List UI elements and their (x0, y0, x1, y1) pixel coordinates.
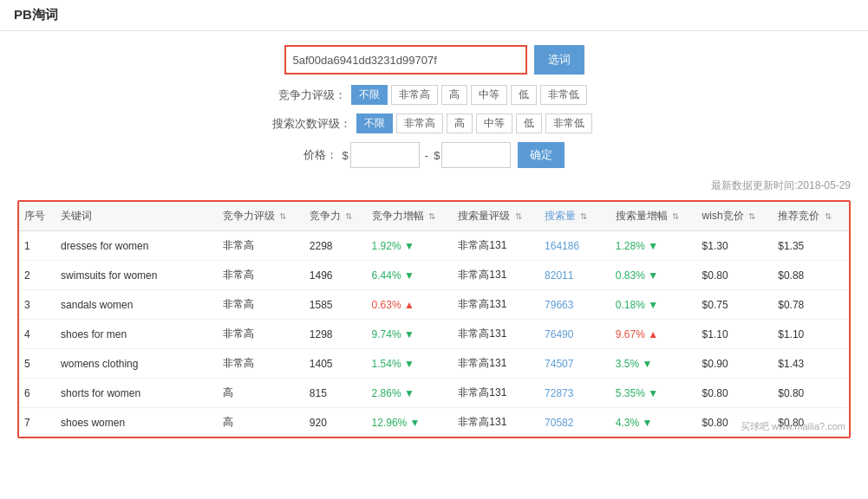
th-search[interactable]: 搜索量 ⇅ (539, 202, 610, 231)
cell-num: 4 (19, 320, 55, 349)
search-count-filter-medium[interactable]: 中等 (476, 113, 512, 133)
search-count-filter-very-high[interactable]: 非常高 (396, 113, 443, 133)
search-change-arrow: ▼ (648, 240, 658, 252)
search-count-filter-label: 搜索次数评级： (272, 116, 351, 132)
select-button[interactable]: 选词 (534, 45, 584, 75)
search-change-value: 9.67% (616, 328, 645, 340)
competition-filter-high[interactable]: 高 (441, 85, 467, 105)
search-input[interactable] (284, 45, 527, 75)
comp-change-value: 6.44% (372, 269, 401, 282)
search-change-value: 3.5% (616, 358, 639, 370)
th-wish-price[interactable]: wish竞价 ⇅ (697, 202, 773, 231)
competition-filter-very-low[interactable]: 非常低 (540, 85, 587, 105)
cell-rec-price: $0.88 (773, 261, 849, 290)
comp-change-arrow: ▲ (404, 299, 414, 311)
cell-comp-rating: 非常高 (218, 261, 304, 290)
search-count-filter-unlimit[interactable]: 不限 (356, 113, 393, 133)
cell-comp: 1405 (304, 349, 367, 379)
price-min-input[interactable] (350, 142, 420, 168)
cell-rec-price: $1.43 (773, 349, 849, 379)
th-rec-price[interactable]: 推荐竞价 ⇅ (773, 202, 849, 231)
search-count-filter-low[interactable]: 低 (516, 113, 542, 133)
cell-comp: 815 (304, 379, 367, 408)
cell-keyword: shoes women (55, 408, 218, 437)
th-search-rating[interactable]: 搜索量评级 ⇅ (453, 202, 539, 231)
comp-change-arrow: ▼ (404, 269, 414, 282)
sort-icon-comp: ⇅ (345, 211, 352, 221)
cell-search: 164186 (539, 231, 610, 261)
search-change-arrow: ▼ (648, 387, 658, 399)
competition-filter-very-high[interactable]: 非常高 (391, 85, 438, 105)
cell-search-rating: 非常高131 (453, 290, 539, 320)
cell-search: 76490 (539, 320, 610, 349)
competition-filter-low[interactable]: 低 (511, 85, 537, 105)
cell-search-change: 3.5% ▼ (610, 349, 697, 379)
table-row: 6 shorts for women 高 815 2.86% ▼ 非常高131 … (19, 379, 849, 408)
cell-keyword: shorts for women (55, 379, 218, 408)
cell-comp-change: 6.44% ▼ (367, 261, 454, 290)
sort-icon-rec: ⇅ (825, 211, 832, 221)
cell-comp-rating: 非常高 (218, 290, 304, 320)
cell-search: 70582 (539, 408, 610, 437)
th-comp-change[interactable]: 竞争力增幅 ⇅ (367, 202, 454, 231)
comp-change-arrow: ▼ (410, 417, 421, 429)
cell-keyword: shoes for men (55, 320, 218, 349)
cell-num: 1 (19, 231, 55, 261)
cell-wish-price: $0.80 (697, 261, 773, 290)
cell-comp: 2298 (304, 231, 367, 261)
cell-search-rating: 非常高131 (453, 408, 539, 437)
table-header-row: 序号 关键词 竞争力评级 ⇅ 竞争力 ⇅ 竞争力增幅 ⇅ 搜索量评级 ⇅ 搜索量… (19, 202, 849, 231)
data-table: 序号 关键词 竞争力评级 ⇅ 竞争力 ⇅ 竞争力增幅 ⇅ 搜索量评级 ⇅ 搜索量… (19, 202, 849, 437)
comp-change-value: 12.96% (372, 417, 408, 429)
comp-change-value: 9.74% (372, 328, 401, 340)
cell-search-rating: 非常高131 (453, 320, 539, 349)
competition-filter-medium[interactable]: 中等 (471, 85, 507, 105)
sort-icon-search-rating: ⇅ (515, 211, 522, 221)
table-row: 4 shoes for men 非常高 1298 9.74% ▼ 非常高131 … (19, 320, 849, 349)
cell-keyword: swimsuits for women (55, 261, 218, 290)
price-symbol-right: $ (434, 149, 440, 162)
price-max-input[interactable] (441, 142, 511, 168)
competition-filter-unlimit[interactable]: 不限 (351, 85, 388, 105)
table-row: 1 dresses for women 非常高 2298 1.92% ▼ 非常高… (19, 231, 849, 261)
cell-search-change: 0.18% ▼ (610, 290, 697, 320)
search-count-filter-high[interactable]: 高 (447, 113, 473, 133)
comp-change-arrow: ▼ (404, 328, 414, 340)
search-change-value: 0.83% (616, 269, 645, 282)
cell-rec-price: $1.10 (773, 320, 849, 349)
cell-keyword: sandals women (55, 290, 218, 320)
search-change-arrow: ▲ (648, 328, 658, 340)
search-row: 选词 (17, 45, 851, 75)
update-time: 最新数据更新时间:2018-05-29 (17, 178, 851, 193)
search-change-value: 1.28% (616, 240, 645, 252)
cell-search: 79663 (539, 290, 610, 320)
cell-num: 3 (19, 290, 55, 320)
price-symbol-left: $ (343, 149, 349, 162)
th-search-change[interactable]: 搜索量增幅 ⇅ (610, 202, 697, 231)
search-count-filter-row: 搜索次数评级： 不限 非常高 高 中等 低 非常低 (17, 113, 851, 133)
comp-change-arrow: ▼ (404, 240, 414, 252)
search-count-filter-very-low[interactable]: 非常低 (545, 113, 592, 133)
th-comp-rating[interactable]: 竞争力评级 ⇅ (218, 202, 304, 231)
cell-comp-rating: 非常高 (218, 320, 304, 349)
cell-search-change: 5.35% ▼ (610, 379, 697, 408)
cell-wish-price: $0.80 (697, 379, 773, 408)
search-change-value: 0.18% (616, 299, 645, 311)
cell-keyword: womens clothing (55, 349, 218, 379)
competition-filter-row: 竞争力评级： 不限 非常高 高 中等 低 非常低 (17, 85, 851, 105)
search-change-arrow: ▼ (643, 417, 653, 429)
cell-num: 6 (19, 379, 55, 408)
cell-comp: 1298 (304, 320, 367, 349)
cell-search-change: 1.28% ▼ (610, 231, 697, 261)
price-label: 价格： (303, 147, 337, 163)
table-row: 7 shoes women 高 920 12.96% ▼ 非常高131 7058… (19, 408, 849, 437)
th-comp[interactable]: 竞争力 ⇅ (304, 202, 367, 231)
cell-comp-change: 0.63% ▲ (367, 290, 454, 320)
cell-search-rating: 非常高131 (453, 231, 539, 261)
price-confirm-button[interactable]: 确定 (518, 142, 565, 168)
cell-search: 72873 (539, 379, 610, 408)
sort-icon-search-change: ⇅ (672, 211, 679, 221)
cell-comp-change: 1.54% ▼ (367, 349, 454, 379)
th-num: 序号 (19, 202, 55, 231)
table-row: 3 sandals women 非常高 1585 0.63% ▲ 非常高131 … (19, 290, 849, 320)
